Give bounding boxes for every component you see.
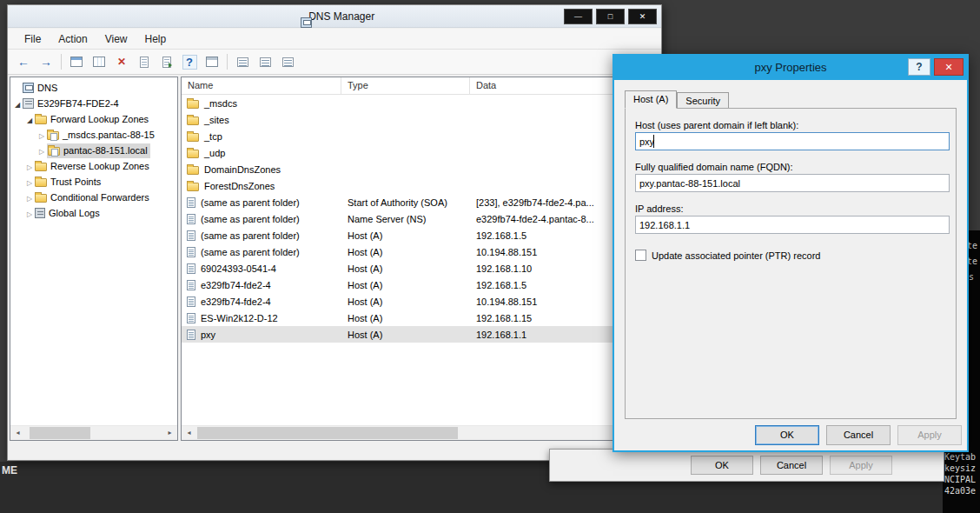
title-bar[interactable]: DNS Manager — □ ✕: [8, 5, 661, 28]
new-window-icon[interactable]: [202, 51, 222, 72]
pxy-properties-dialog: pxy Properties ? ✕ Host (A) Security Hos…: [612, 54, 969, 452]
console-tree-pane: DNS E329FB74-FDE2-4 Forward Lookup Zones…: [10, 77, 178, 441]
window-title: DNS Manager: [308, 10, 374, 23]
toolbar: ← → ✕ ?: [8, 50, 661, 75]
dialog-help-button[interactable]: ?: [908, 58, 930, 76]
tree-item-global-logs[interactable]: Global Logs: [10, 205, 177, 221]
bg-ok-button[interactable]: OK: [691, 456, 753, 475]
properties-icon[interactable]: [134, 51, 155, 72]
record-icon: [187, 296, 195, 307]
ptr-checkbox[interactable]: [635, 250, 646, 261]
folder-icon: [187, 150, 199, 158]
table-row[interactable]: _sites: [182, 111, 659, 128]
ip-address-input[interactable]: [635, 216, 950, 234]
terminal-text-fragment: 42a03e: [944, 486, 976, 496]
folder-icon: [35, 163, 47, 171]
table-row[interactable]: ES-Win2k12-D-12 Host (A) 192.168.1.15: [182, 310, 659, 326]
table-row[interactable]: 69024393-0541-4 Host (A) 192.168.1.10: [182, 260, 659, 276]
tree-item-trust-points[interactable]: Trust Points: [10, 174, 177, 190]
apply-button[interactable]: Apply: [897, 425, 962, 445]
show-hide-console-tree-icon[interactable]: [66, 51, 87, 72]
list-view-icon-3[interactable]: [277, 51, 298, 72]
table-row[interactable]: (same as parent folder) Start of Authori…: [182, 194, 659, 210]
menu-file[interactable]: File: [17, 30, 49, 48]
expander-icon[interactable]: [24, 208, 35, 218]
table-row[interactable]: _tcp: [182, 128, 659, 144]
menu-action[interactable]: Action: [50, 30, 95, 48]
tree-item-reverse-lookup-zones[interactable]: Reverse Lookup Zones: [10, 158, 177, 174]
cancel-button[interactable]: Cancel: [826, 425, 891, 445]
column-header-type[interactable]: Type: [341, 77, 470, 94]
record-icon: [187, 263, 195, 274]
dialog-close-button[interactable]: ✕: [934, 58, 963, 76]
tree-item-pantac-zone[interactable]: pantac-88-151.local: [10, 143, 177, 158]
expander-icon[interactable]: [36, 145, 47, 156]
delete-icon[interactable]: ✕: [111, 51, 132, 72]
tree-item-forward-lookup-zones[interactable]: Forward Lookup Zones: [10, 111, 177, 127]
table-row[interactable]: DomainDnsZones: [182, 161, 659, 177]
expander-icon[interactable]: [24, 192, 35, 203]
expander-icon[interactable]: [24, 114, 35, 124]
menu-help[interactable]: Help: [137, 30, 175, 48]
tree-item-dns[interactable]: DNS: [10, 80, 177, 96]
tree-item-msdcs-zone[interactable]: _msdcs.pantac-88-15: [10, 127, 177, 143]
fqdn-input[interactable]: [635, 174, 950, 192]
bg-apply-button[interactable]: Apply: [830, 456, 892, 475]
scroll-right-icon[interactable]: [162, 426, 177, 440]
menu-view[interactable]: View: [97, 30, 136, 48]
scroll-left-icon[interactable]: [10, 426, 25, 440]
record-icon: [187, 197, 195, 208]
desktop: ME DNS Manager — □ ✕ File Action View He…: [0, 0, 980, 513]
expander-icon[interactable]: [24, 177, 35, 187]
expander-icon[interactable]: [12, 98, 23, 109]
record-list-pane: Name Type Data _msdcs _sites _tcp _udp: [181, 77, 659, 441]
list-view-icon-1[interactable]: [232, 51, 253, 72]
back-icon[interactable]: ←: [13, 51, 34, 72]
table-row[interactable]: ForestDnsZones: [182, 177, 659, 194]
table-row[interactable]: e329fb74-fde2-4 Host (A) 192.168.1.5: [182, 276, 659, 293]
customize-columns-icon[interactable]: [89, 51, 109, 72]
list-view-icon-2[interactable]: [255, 51, 275, 72]
maximize-button[interactable]: □: [596, 9, 625, 24]
bg-cancel-button[interactable]: Cancel: [760, 456, 823, 475]
tab-host-a[interactable]: Host (A): [625, 90, 677, 109]
terminal-text-fragment: NCIPAL: [944, 475, 976, 484]
dns-manager-icon: [301, 17, 312, 28]
folder-icon: [35, 116, 47, 124]
table-row[interactable]: (same as parent folder) Name Server (NS)…: [182, 210, 659, 227]
dialog-tabs: Host (A) Security: [625, 90, 729, 109]
ok-button[interactable]: OK: [755, 425, 819, 445]
table-row[interactable]: _msdcs: [182, 95, 659, 111]
tab-security[interactable]: Security: [677, 92, 729, 109]
tree-horizontal-scrollbar[interactable]: [10, 425, 177, 440]
table-row[interactable]: (same as parent folder) Host (A) 10.194.…: [182, 243, 659, 260]
text-caret: [653, 135, 654, 148]
expander-icon[interactable]: [36, 130, 47, 140]
expander-icon[interactable]: [24, 161, 35, 171]
dialog-title-bar[interactable]: pxy Properties ? ✕: [614, 56, 967, 80]
table-row[interactable]: e329fb74-fde2-4 Host (A) 10.194.88.151: [182, 293, 659, 310]
selected-tree-highlight: pantac-88-151.local: [47, 143, 150, 158]
record-icon: [187, 230, 195, 241]
terminal-text-fragment: Keytab: [944, 452, 976, 462]
record-icon: [187, 214, 195, 224]
table-row[interactable]: _udp: [182, 144, 659, 161]
scrollbar-thumb[interactable]: [197, 427, 458, 439]
minimize-button[interactable]: —: [564, 9, 593, 24]
list-horizontal-scrollbar[interactable]: [182, 425, 659, 440]
scrollbar-thumb[interactable]: [30, 427, 90, 439]
column-header-name[interactable]: Name: [182, 77, 341, 94]
table-row-pxy-selected[interactable]: pxy Host (A) 192.168.1.1: [182, 326, 659, 343]
forward-icon[interactable]: →: [36, 51, 56, 72]
host-input[interactable]: [635, 132, 950, 150]
folder-icon: [35, 178, 47, 187]
export-list-icon[interactable]: [156, 51, 177, 72]
tree-item-conditional-forwarders[interactable]: Conditional Forwarders: [10, 190, 177, 205]
table-row[interactable]: (same as parent folder) Host (A) 192.168…: [182, 227, 659, 243]
tree-item-server[interactable]: E329FB74-FDE2-4: [10, 96, 177, 111]
toolbar-separator: [227, 54, 228, 70]
close-button[interactable]: ✕: [628, 9, 657, 24]
record-icon: [187, 280, 195, 290]
help-icon[interactable]: ?: [179, 51, 200, 72]
scroll-left-icon[interactable]: [182, 426, 196, 440]
